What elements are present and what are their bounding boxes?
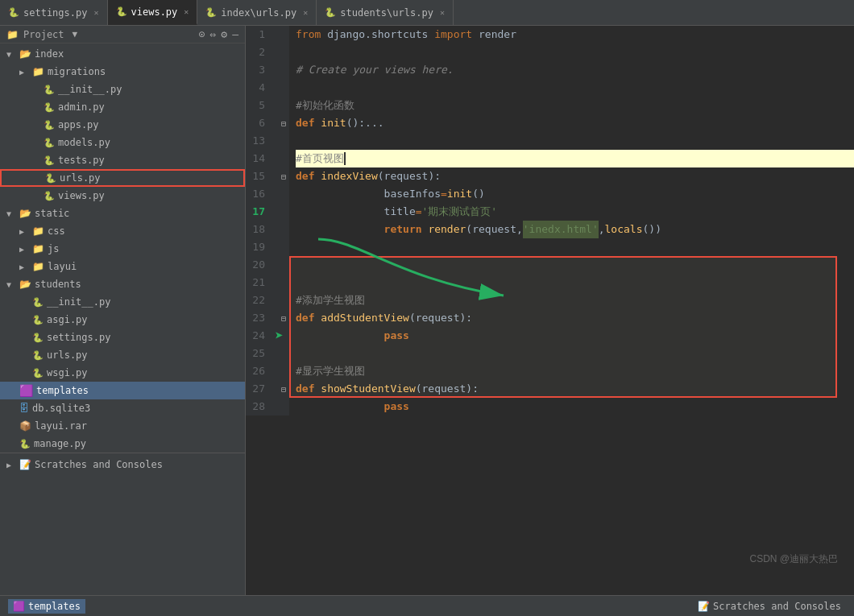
bottom-bar: 🟪 templates 📝 Scratches and Consoles (0, 595, 854, 616)
tree-item-init-py[interactable]: 🐍 __init__.py (0, 81, 245, 98)
folder-closed-icon-js: 📁 (32, 243, 44, 254)
watermark: CSDN @迪丽大热巴 (749, 552, 838, 566)
ln-19: 19 (246, 238, 272, 256)
tree-item-templates[interactable]: 🟪 templates (0, 382, 245, 399)
py-file-icon: 🐍 (44, 85, 55, 95)
ln-22: 22 (246, 291, 272, 309)
tree-item-css[interactable]: ▶ 📁 css (0, 222, 245, 240)
fold-marker-15[interactable]: ⊟ (278, 167, 289, 185)
ln-15: 15 (246, 167, 272, 185)
db-icon: 🗄 (19, 403, 29, 414)
ln-21: 21 (246, 274, 272, 291)
py-file-icon-wsgi: 🐍 (32, 368, 44, 378)
ln-25: 25 (246, 345, 272, 362)
ln-16: 16 (246, 185, 272, 203)
ln-14: 14 (246, 150, 272, 167)
ln-28: 28 (246, 398, 272, 415)
green-arrow: ➤ (275, 327, 284, 344)
arrow-icon-static: ▼ (6, 209, 16, 218)
tab-close-students-urls[interactable]: ✕ (440, 8, 445, 17)
tree-item-views-py[interactable]: 🐍 views.py (0, 187, 245, 205)
fold-marker-23[interactable]: ⊟ (278, 309, 289, 327)
arrow-icon: ▼ (6, 50, 16, 59)
tab-close-index-urls[interactable]: ✕ (303, 8, 308, 17)
code-line-3: # Create your views here. (296, 61, 854, 79)
sidebar: 📁 Project ▼ ⊙ ⇔ ⚙ — ▼ 📂 index ▶ 📁 migrat… (0, 26, 246, 595)
tree-item-s-settings[interactable]: 🐍 settings.py (0, 329, 245, 346)
expand-icon[interactable]: ⇔ (210, 28, 217, 40)
code-line-14: #首页视图 (296, 150, 854, 167)
code-line-17: title='期末测试首页' (296, 203, 854, 221)
tab-views-py[interactable]: 🐍 views.py ✕ (108, 0, 198, 25)
tab-close-views[interactable]: ✕ (184, 7, 189, 16)
fold-marker-27[interactable]: ⊟ (278, 380, 289, 398)
scratches-bottom-icon: 📝 (698, 601, 710, 612)
tree-item-students[interactable]: ▼ 📂 students (0, 275, 245, 293)
py-file-icon-apps: 🐍 (44, 120, 55, 130)
folder-open-icon-static: 📂 (19, 208, 31, 219)
code-content[interactable]: from django.shortcuts import render # Cr… (289, 26, 854, 415)
tree-item-asgi[interactable]: 🐍 asgi.py (0, 311, 245, 329)
tree-item-s-urls[interactable]: 🐍 urls.py (0, 346, 245, 364)
tab-index-urls[interactable]: 🐍 index\urls.py ✕ (197, 0, 317, 25)
folder-closed-icon-layui: 📁 (32, 261, 44, 272)
tab-bar: 🐍 settings.py ✕ 🐍 views.py ✕ 🐍 index\url… (0, 0, 854, 26)
tree-item-js[interactable]: ▶ 📁 js (0, 240, 245, 258)
folder-icon-project: 📁 (6, 29, 19, 40)
tree-item-urls-py-index[interactable]: 🐍 urls.py (0, 169, 245, 187)
arrow-icon-scratches: ▶ (6, 461, 16, 469)
tree-item-index[interactable]: ▼ 📂 index (0, 45, 245, 63)
py-icon-students-urls: 🐍 (325, 7, 336, 18)
code-line-21 (296, 274, 854, 291)
ln-4: 4 (246, 79, 272, 97)
folder-templates-icon: 🟪 (13, 601, 25, 612)
py-file-icon-views: 🐍 (44, 191, 55, 201)
tree-item-apps-py[interactable]: 🐍 apps.py (0, 116, 245, 134)
py-icon-index-urls: 🐍 (205, 7, 217, 18)
ln-24: 24 (246, 327, 272, 345)
tree-item-students-init[interactable]: 🐍 __init__.py (0, 293, 245, 311)
py-file-icon-models: 🐍 (44, 138, 55, 148)
folder-closed-icon: 📁 (32, 66, 44, 77)
folder-open-icon: 📂 (19, 48, 31, 60)
tree-item-models-py[interactable]: 🐍 models.py (0, 134, 245, 151)
tree-item-db[interactable]: 🗄 db.sqlite3 (0, 399, 245, 417)
tab-students-urls[interactable]: 🐍 students\urls.py ✕ (317, 0, 454, 25)
templates-item[interactable]: 🟪 templates (8, 599, 85, 614)
tab-settings-py[interactable]: 🐍 settings.py ✕ (0, 0, 108, 25)
tab-close-settings[interactable]: ✕ (93, 8, 98, 17)
ln-20: 20 (246, 256, 272, 274)
project-header: 📁 Project ▼ ⊙ ⇔ ⚙ — (0, 26, 245, 43)
py-file-icon-s-urls: 🐍 (32, 350, 44, 361)
arrow-icon: ▶ (19, 68, 29, 76)
tree-item-wsgi[interactable]: 🐍 wsgi.py (0, 364, 245, 382)
settings-icon[interactable]: ⚙ (221, 28, 227, 40)
minus-icon[interactable]: — (232, 28, 238, 40)
ln-2: 2 (246, 43, 272, 61)
py-icon-views: 🐍 (116, 6, 127, 17)
tree-item-static[interactable]: ▼ 📂 static (0, 205, 245, 222)
arrow-icon-css: ▶ (19, 227, 29, 236)
gutter: ⊟ ⊟ ⊟ ⊟ (278, 26, 289, 415)
code-line-22: #添加学生视图 (296, 291, 854, 309)
line-numbers: 1 2 3 4 5 6 13 14 15 16 17 18 19 20 21 2… (246, 26, 278, 415)
code-line-20 (296, 256, 854, 274)
locate-icon[interactable]: ⊙ (199, 28, 205, 40)
file-tree: ▼ 📂 index ▶ 📁 migrations 🐍 __init__.py 🐍… (0, 43, 245, 453)
folder-closed-icon-css: 📁 (32, 225, 44, 237)
code-line-6: def init():... (296, 114, 854, 132)
tree-item-scratches[interactable]: ▶ 📝 Scratches and Consoles (0, 456, 245, 473)
tree-item-layui[interactable]: ▶ 📁 layui (0, 258, 245, 275)
ln-27: 27 (246, 380, 272, 398)
tree-item-admin-py[interactable]: 🐍 admin.py (0, 98, 245, 116)
tree-item-tests-py[interactable]: 🐍 tests.py (0, 151, 245, 169)
scratches-consoles-item[interactable]: 📝 Scratches and Consoles (693, 599, 846, 614)
tree-item-migrations[interactable]: ▶ 📁 migrations (0, 63, 245, 81)
code-line-13 (296, 132, 854, 150)
py-file-icon-s-init: 🐍 (32, 297, 44, 308)
fold-marker-6[interactable]: ⊟ (278, 114, 289, 132)
tree-item-manage[interactable]: 🐍 manage.py (0, 435, 245, 453)
py-file-icon-manage: 🐍 (19, 439, 31, 449)
code-line-24: pass (296, 327, 854, 345)
tree-item-rar[interactable]: 📦 layui.rar (0, 417, 245, 435)
